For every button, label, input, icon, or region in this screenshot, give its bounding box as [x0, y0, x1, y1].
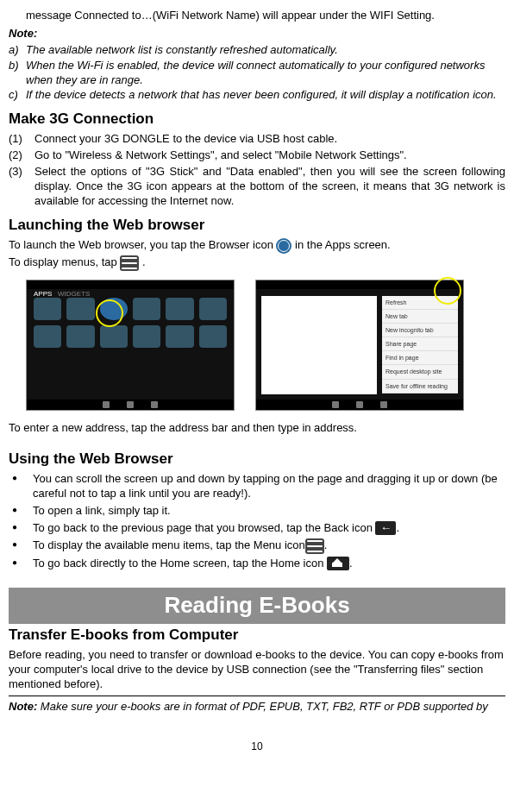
text-fragment: . — [396, 521, 399, 534]
bullet-text: To display the available menu items, tap… — [33, 538, 327, 554]
text-fragment: . — [142, 255, 146, 268]
bullet-text: To open a link, simply tap it. — [33, 504, 171, 519]
page-number: 10 — [9, 740, 505, 754]
note-text: If the device detects a network that has… — [26, 88, 497, 103]
heading-launch-browser: Launching the Web browser — [9, 216, 505, 235]
note-body: Make sure your e-books are in format of … — [37, 700, 488, 713]
section-banner-reading-ebooks: Reading E-Books — [9, 588, 505, 624]
text-fragment: . — [349, 557, 353, 570]
step-text: Connect your 3G DONGLE to the device via… — [34, 132, 337, 147]
shot-topbar — [27, 280, 234, 289]
app-tile — [199, 325, 227, 348]
note-item-c: c)If the device detects a network that h… — [9, 88, 505, 103]
shot-topbar — [256, 280, 463, 289]
step-1: (1)Connect your 3G DONGLE to the device … — [9, 132, 505, 147]
note-item-b: b)When the Wi-Fi is enabled, the device … — [9, 59, 505, 88]
shot-menu-popup: Refresh New tab New incognito tab Share … — [382, 296, 458, 393]
note-text: The available network list is constantly… — [26, 43, 338, 58]
screenshot-browser: Refresh New tab New incognito tab Share … — [255, 280, 464, 411]
heading-transfer-ebooks: Transfer E-books from Computer — [9, 626, 505, 645]
tab-apps: APPS — [34, 290, 52, 298]
text-fragment: To go back directly to the Home screen, … — [33, 557, 327, 570]
heading-using-browser: Using the Web Browser — [9, 450, 505, 469]
bullet-marker: ● — [9, 538, 33, 554]
bullet-marker: ● — [9, 521, 33, 536]
tab-widgets: WIDGETS — [58, 290, 90, 298]
text-fragment: in the Apps screen. — [295, 238, 391, 251]
horizontal-rule — [9, 696, 505, 696]
step-marker: (1) — [9, 132, 34, 147]
step-2: (2)Go to "Wireless & Network Settings", … — [9, 148, 505, 163]
app-tile — [100, 325, 128, 348]
note-label: Note: — [9, 27, 505, 41]
bullet-marker: ● — [9, 557, 33, 571]
menu-item: New tab — [382, 310, 458, 324]
note-marker: c) — [9, 88, 26, 103]
bullet-text: You can scroll the screen up and down by… — [33, 472, 505, 501]
bullet-marker: ● — [9, 504, 33, 519]
text-fragment: To display menus, tap — [9, 255, 120, 268]
menu-item: Find in page — [382, 351, 458, 365]
address-bar-instruction: To enter a new address, tap the address … — [9, 421, 505, 436]
bullet-text: To go back to the previous page that you… — [33, 521, 399, 536]
shot-bottombar — [256, 400, 463, 410]
note-list: a)The available network list is constant… — [9, 43, 505, 104]
menu-item: Request desktop site — [382, 365, 458, 379]
step-text: Select the options of "3G Stick" and "Da… — [34, 165, 505, 209]
menu-item: Share page — [382, 337, 458, 351]
note-marker: b) — [9, 59, 26, 88]
back-icon: ← — [375, 521, 396, 535]
text-fragment: To display the available menu items, tap… — [33, 538, 305, 551]
app-tile — [66, 298, 94, 320]
menu-icon — [120, 255, 139, 271]
app-tile — [66, 325, 94, 348]
bullet-scroll: ●You can scroll the screen up and down b… — [9, 472, 505, 501]
using-browser-list: ●You can scroll the screen up and down b… — [9, 472, 505, 570]
app-tile — [34, 325, 61, 348]
highlight-circle — [96, 299, 123, 327]
app-tile — [34, 298, 61, 320]
steps-3g-list: (1)Connect your 3G DONGLE to the device … — [9, 132, 505, 208]
step-3: (3)Select the options of "3G Stick" and … — [9, 165, 505, 209]
wifi-intro-line: message Connected to…(WiFi Network Name)… — [26, 9, 505, 23]
app-tile — [166, 298, 193, 320]
bullet-text: To go back directly to the Home screen, … — [33, 557, 353, 571]
step-marker: (3) — [9, 165, 34, 209]
shot-browser-body — [261, 296, 377, 394]
screenshot-apps: APPS WIDGETS — [26, 280, 235, 411]
step-marker: (2) — [9, 148, 34, 163]
highlight-circle — [434, 277, 461, 305]
bullet-marker: ● — [9, 472, 33, 501]
launch-line-1: To launch the Web browser, you tap the B… — [9, 238, 505, 254]
step-text: Go to "Wireless & Network Settings", and… — [34, 148, 407, 163]
bullet-home: ●To go back directly to the Home screen,… — [9, 557, 505, 571]
shot-bottombar — [27, 400, 234, 410]
note-item-a: a)The available network list is constant… — [9, 43, 505, 58]
bullet-menu: ●To display the available menu items, ta… — [9, 538, 505, 554]
menu-item: New incognito tab — [382, 324, 458, 337]
note-label-inline: Note: — [9, 700, 37, 713]
text-fragment: . — [324, 538, 328, 551]
launch-line-2: To display menus, tap . — [9, 255, 505, 271]
browser-icon — [276, 238, 291, 254]
note-marker: a) — [9, 43, 26, 58]
bullet-back: ●To go back to the previous page that yo… — [9, 521, 505, 536]
text-fragment: To launch the Web browser, you tap the B… — [9, 238, 276, 251]
menu-item: Save for offline reading — [382, 380, 458, 393]
note-text: When the Wi-Fi is enabled, the device wi… — [26, 59, 505, 88]
shot-app-grid — [34, 298, 227, 348]
transfer-body: Before reading, you need to transfer or … — [9, 648, 505, 692]
heading-3g: Make 3G Connection — [9, 110, 505, 129]
app-tile — [133, 298, 160, 320]
text-fragment: To go back to the previous page that you… — [33, 521, 375, 534]
note-formats: Note: Make sure your e-books are in form… — [9, 700, 505, 714]
screenshots-row: APPS WIDGETS Refresh New tab New incogni… — [26, 280, 505, 411]
menu-icon — [305, 538, 324, 554]
app-tile — [133, 325, 160, 348]
app-tile — [166, 325, 193, 348]
home-icon — [327, 557, 349, 570]
app-tile — [199, 298, 227, 320]
bullet-open-link: ●To open a link, simply tap it. — [9, 504, 505, 519]
